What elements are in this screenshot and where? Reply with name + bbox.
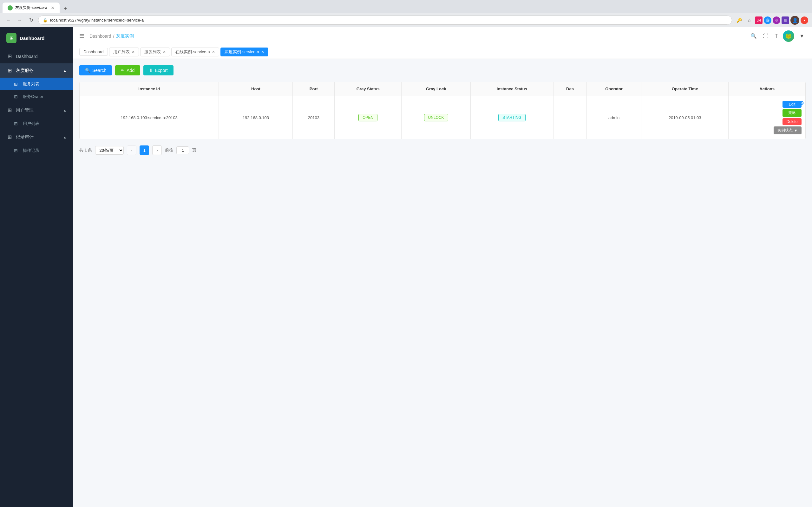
cell-instance-status: STARTING: [470, 96, 553, 139]
sidebar-item-audit[interactable]: ⊞ 记录审计 ▲: [0, 130, 73, 144]
sidebar-item-user-list[interactable]: ⊞ 用户列表: [0, 117, 73, 130]
ext4-icon[interactable]: ▦: [781, 16, 789, 24]
col-actions: Actions: [728, 82, 805, 96]
settings-icon-wrapper: ⚙: [799, 100, 804, 107]
cell-des: [553, 96, 587, 139]
data-table-container: Instance Id Host Port Gray Status Gray L…: [79, 82, 806, 139]
sidebar-item-service-list[interactable]: ⊞ 服务列表: [0, 78, 73, 90]
browser-ext-red-icon[interactable]: ●: [801, 16, 808, 24]
top-avatar[interactable]: 🐸: [783, 31, 794, 42]
prev-icon: ‹: [131, 148, 132, 153]
ext3-icon[interactable]: ◎: [773, 16, 780, 24]
col-instance-status: Instance Status: [470, 82, 553, 96]
tab-online-instance-close-icon[interactable]: ✕: [212, 50, 215, 54]
fullscreen-icon[interactable]: ⛶: [762, 32, 769, 40]
reload-button[interactable]: ↻: [27, 16, 36, 25]
export-button-icon: ⬇: [149, 68, 153, 73]
logo-text: Dashboard: [20, 36, 44, 41]
table-row: 192.168.0.103:service-a:20103 192.168.0.…: [80, 96, 805, 139]
instance-status-dropdown-icon: ▼: [794, 128, 798, 133]
col-port: Port: [293, 82, 335, 96]
col-host: Host: [219, 82, 293, 96]
export-button[interactable]: ⬇ Export: [143, 65, 173, 75]
tabs-bar: Dashboard 用户列表 ✕ 服务列表 ✕ 在线实例-service-a ✕…: [73, 45, 812, 59]
data-table: Instance Id Host Port Gray Status Gray L…: [80, 82, 805, 139]
sidebar: ⊞ Dashboard ⊞ Dashboard ⊞ 灰度服务 ▲ ⊞: [0, 27, 73, 507]
next-page-button[interactable]: ›: [152, 146, 162, 155]
audit-icon: ⊞: [6, 134, 13, 140]
ext2-icon[interactable]: M: [764, 16, 771, 24]
prev-page-button[interactable]: ‹: [127, 146, 136, 155]
tab-user-list[interactable]: 用户列表 ✕: [109, 48, 139, 56]
cell-operator: admin: [587, 96, 641, 139]
page-size-select[interactable]: 20条/页 50条/页 100条/页: [95, 146, 124, 155]
new-tab-button[interactable]: +: [61, 4, 70, 13]
main-content: ☰ Dashboard / 灰度实例 🔍 ⛶ T 🐸 ▼ Dashboard: [73, 27, 812, 507]
tab-service-list-close-icon[interactable]: ✕: [163, 50, 166, 54]
search-icon[interactable]: 🔍: [749, 32, 758, 40]
delete-button[interactable]: Delete: [782, 118, 802, 125]
search-button-icon: 🔍: [85, 68, 90, 73]
browser-toolbar-icons: 🔑 ☆ JH M ◎ ▦ 👤 ●: [734, 16, 808, 25]
goto-page-input[interactable]: [176, 147, 189, 154]
font-size-icon[interactable]: T: [773, 32, 779, 40]
back-button[interactable]: ←: [4, 16, 13, 25]
sidebar-item-user-mgmt[interactable]: ⊞ 用户管理 ▲: [0, 103, 73, 117]
gray-service-icon: ⊞: [6, 67, 13, 73]
tab-gray-instance[interactable]: 灰度实例-service-a ✕: [220, 48, 268, 56]
ext1-icon[interactable]: JH: [755, 16, 763, 24]
browser-active-tab[interactable]: 灰度实例-service-a ✕: [3, 3, 60, 13]
strategy-button[interactable]: 策略: [782, 109, 802, 117]
search-button[interactable]: 🔍 Search: [79, 65, 112, 75]
add-button-label: Add: [126, 68, 135, 73]
breadcrumb-separator: /: [113, 34, 114, 39]
pagination-total: 共 1 条: [79, 147, 92, 153]
breadcrumb-current: 灰度实例: [116, 33, 134, 39]
tab-online-instance[interactable]: 在线实例-service-a ✕: [171, 48, 219, 56]
sidebar-section-main: ⊞ Dashboard ⊞ 灰度服务 ▲ ⊞ 服务列表 ⊞ 服务Owner: [0, 49, 73, 157]
sidebar-item-gray-service[interactable]: ⊞ 灰度服务 ▲: [0, 63, 73, 78]
instance-status-button[interactable]: 实例状态 ▼: [774, 126, 802, 134]
content-area: 🔍 Search ✏ Add ⬇ Export Instance Id: [73, 59, 812, 507]
instance-status-badge: STARTING: [498, 114, 525, 121]
logo-icon: ⊞: [6, 33, 16, 43]
tab-gray-instance-close-icon[interactable]: ✕: [261, 50, 264, 54]
gray-status-badge: OPEN: [358, 114, 377, 121]
tab-service-list[interactable]: 服务列表 ✕: [140, 48, 170, 56]
col-instance-id: Instance Id: [80, 82, 219, 96]
settings-icon[interactable]: ⚙: [799, 100, 804, 106]
gray-service-arrow-icon: ▲: [63, 69, 67, 72]
forward-button[interactable]: →: [15, 16, 24, 25]
search-button-label: Search: [92, 68, 106, 73]
audit-arrow-icon: ▲: [63, 135, 67, 139]
topbar-arrow-icon[interactable]: ▼: [798, 32, 806, 40]
service-owner-label: 服务Owner: [23, 94, 43, 100]
sidebar-item-op-log[interactable]: ⊞ 操作记录: [0, 144, 73, 157]
export-button-label: Export: [155, 68, 167, 73]
browser-tab-close-icon[interactable]: ✕: [51, 5, 55, 10]
service-list-icon: ⊞: [14, 81, 20, 87]
menu-toggle-icon[interactable]: ☰: [79, 33, 84, 40]
browser-tab-title: 灰度实例-service-a: [15, 5, 48, 10]
top-bar: ☰ Dashboard / 灰度实例 🔍 ⛶ T 🐸 ▼: [73, 27, 812, 45]
add-button[interactable]: ✏ Add: [115, 65, 140, 75]
sidebar-item-service-owner[interactable]: ⊞ 服务Owner: [0, 90, 73, 103]
cell-instance-id: 192.168.0.103:service-a:20103: [80, 96, 219, 139]
star-icon[interactable]: ☆: [745, 16, 754, 25]
service-list-label: 服务列表: [23, 81, 39, 87]
edit-button[interactable]: Edit: [782, 101, 802, 108]
profile-icon[interactable]: 👤: [791, 16, 799, 25]
address-bar[interactable]: 🔒 localhost:9527/#/gray/instance?service…: [38, 15, 732, 25]
tab-user-list-close-icon[interactable]: ✕: [132, 50, 135, 54]
sidebar-item-dashboard[interactable]: ⊞ Dashboard: [0, 49, 73, 63]
key-icon[interactable]: 🔑: [734, 16, 744, 25]
tab-service-list-label: 服务列表: [144, 49, 161, 55]
sidebar-audit-label: 记录审计: [16, 134, 34, 140]
cell-gray-status: OPEN: [335, 96, 402, 139]
gray-lock-badge: UNLOCK: [424, 114, 448, 121]
page-1-button[interactable]: 1: [140, 146, 149, 155]
svg-text:M: M: [766, 19, 769, 22]
tab-dashboard[interactable]: Dashboard: [79, 48, 108, 56]
action-buttons-group: Edit 策略 Delete 实例状态 ▼: [732, 101, 802, 134]
col-operate-time: Operate Time: [641, 82, 728, 96]
